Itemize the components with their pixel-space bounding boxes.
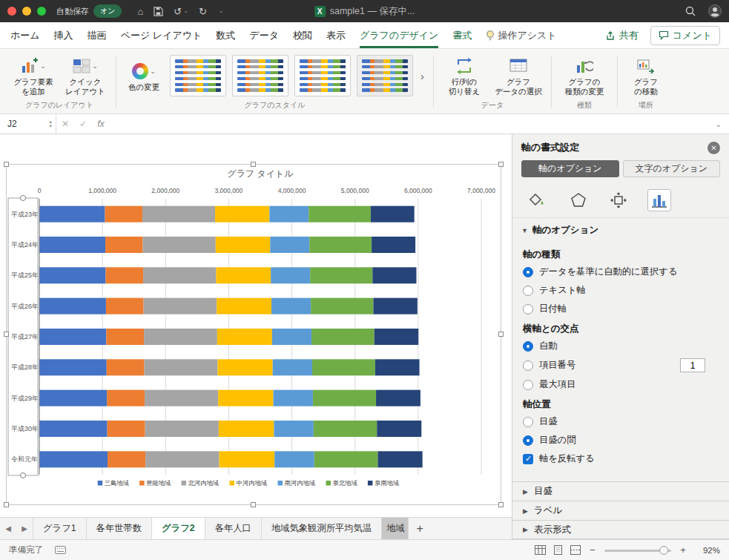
radio-between-tick-marks[interactable]: 目盛の間 (523, 434, 719, 447)
close-window-button[interactable] (7, 7, 16, 16)
chart-resize-handle[interactable] (498, 502, 504, 507)
chart-style-4[interactable] (357, 55, 413, 96)
chart-resize-handle[interactable] (4, 332, 9, 337)
add-chart-element-button[interactable]: ⌄ グラフ要素 を追加 (9, 55, 58, 96)
fill-line-icon[interactable] (526, 189, 550, 211)
section-labels[interactable]: ▶ ラベル (512, 501, 729, 520)
sheet-tab-graph1[interactable]: グラフ1 (33, 518, 87, 539)
normal-view-icon[interactable] (535, 545, 546, 555)
size-properties-icon[interactable] (607, 189, 630, 211)
insert-function-icon[interactable]: fx (97, 119, 105, 129)
tab-page-layout[interactable]: ページ レイアウト (121, 22, 202, 48)
change-colors-button[interactable]: ⌄ 色の変更 (122, 60, 165, 92)
minimize-window-button[interactable] (22, 7, 31, 16)
pane-tab-axis-options[interactable]: 軸のオプション (521, 160, 619, 177)
radio-cross-category-number[interactable]: 項目番号 (523, 358, 719, 372)
chart-object[interactable]: グラフ タイトル01,000,0002,000,0003,000,0004,00… (6, 164, 501, 505)
add-sheet-button[interactable]: + (409, 518, 431, 539)
name-box[interactable]: J2 ▲▼ (0, 114, 56, 134)
sheet-tab-graph2[interactable]: グラフ2 (152, 518, 205, 539)
tab-home[interactable]: ホーム (10, 22, 40, 48)
section-number-format[interactable]: ▶ 表示形式 (512, 520, 729, 539)
toolbar-customize-chevron-icon[interactable]: ⌄ (217, 8, 224, 14)
sheet-tab-population[interactable]: 各年人口 (205, 518, 262, 539)
page-layout-view-icon[interactable] (553, 545, 563, 555)
tab-format[interactable]: 書式 (452, 22, 472, 48)
comments-button[interactable]: コメント (650, 26, 720, 45)
chart-resize-handle[interactable] (251, 502, 256, 507)
redo-icon[interactable]: ↻ (199, 7, 207, 16)
save-icon[interactable] (154, 7, 163, 16)
undo-chevron-icon[interactable]: ⌄ (183, 8, 188, 14)
category-number-input[interactable] (680, 358, 705, 372)
chart-resize-handle[interactable] (4, 502, 9, 507)
switch-row-column-button[interactable]: 行/列の 切り替え (440, 55, 489, 96)
tab-review[interactable]: 校閲 (293, 22, 312, 48)
chart-style-preview (362, 59, 408, 92)
radio-on-tick-marks[interactable]: 目盛 (523, 415, 719, 428)
keyboard-icon[interactable] (55, 544, 66, 557)
tell-me-button[interactable]: 操作アシスト (486, 22, 556, 48)
worksheet-area[interactable]: グラフ タイトル01,000,0002,000,0003,000,0004,00… (0, 134, 512, 517)
section-tick-marks[interactable]: ▶ 目盛 (512, 481, 729, 501)
zoom-slider-thumb[interactable] (659, 546, 668, 555)
tab-insert[interactable]: 挿入 (54, 22, 73, 48)
formula-input[interactable] (110, 114, 708, 134)
checkbox-reverse-axis[interactable]: 軸を反転する (523, 452, 719, 465)
search-icon[interactable] (685, 6, 696, 16)
radio-text-axis[interactable]: テキスト軸 (523, 284, 719, 297)
chart-resize-handle[interactable] (498, 162, 504, 167)
tab-chart-design[interactable]: グラフのデザイン (360, 22, 438, 48)
formula-bar-expand-chevron-icon[interactable]: ⌄ (708, 120, 729, 128)
axis-type-heading: 軸の種類 (523, 248, 719, 261)
pane-tab-text-options[interactable]: 文字のオプション (623, 160, 721, 177)
radio-icon (523, 286, 533, 296)
tab-data[interactable]: データ (249, 22, 279, 48)
cancel-icon[interactable]: ✕ (62, 119, 69, 129)
group-type: グラフの 種類の変更 種類 (553, 50, 616, 113)
radio-auto-select-axis[interactable]: データを基準に自動的に選択する (523, 266, 719, 278)
change-chart-type-button[interactable]: グラフの 種類の変更 (558, 55, 611, 96)
share-button[interactable]: 共有 (605, 29, 639, 42)
name-box-stepper[interactable]: ▲▼ (49, 119, 53, 128)
effects-icon[interactable] (567, 189, 590, 211)
quick-layout-button[interactable]: ⌄ クイック レイアウト (61, 55, 110, 96)
zoom-percentage[interactable]: 92% (695, 546, 720, 555)
chart-resize-handle[interactable] (251, 162, 256, 167)
tab-formulas[interactable]: 数式 (216, 22, 235, 48)
sheet-nav-left-icon[interactable]: ◀ (0, 518, 16, 539)
page-break-view-icon[interactable] (570, 545, 581, 555)
tab-view[interactable]: 表示 (326, 22, 346, 48)
select-data-button[interactable]: グラフ データの選択 (492, 55, 545, 96)
comment-icon (659, 30, 669, 40)
chart-style-1[interactable] (170, 55, 226, 96)
undo-icon[interactable]: ↺⌄ (174, 7, 188, 16)
sheet-tab-region[interactable]: 地域 (382, 518, 409, 539)
chart-resize-handle[interactable] (498, 332, 504, 337)
account-avatar[interactable] (708, 4, 722, 18)
axis-options-section-header[interactable]: ▼ 軸のオプション (512, 217, 729, 241)
home-icon[interactable]: ⌂ (137, 7, 143, 16)
move-chart-button[interactable]: グラフ の移動 (624, 55, 668, 96)
chart-style-2[interactable] (232, 55, 288, 96)
zoom-out-button[interactable]: − (588, 544, 597, 556)
svg-text:令和元年: 令和元年 (11, 455, 38, 463)
sheet-nav-right-icon[interactable]: ▶ (16, 518, 33, 539)
tab-draw[interactable]: 描画 (88, 22, 107, 48)
chart-style-3[interactable] (294, 55, 351, 96)
fullscreen-window-button[interactable] (37, 7, 46, 16)
enter-icon[interactable]: ✓ (79, 119, 87, 129)
radio-cross-auto[interactable]: 自動 (523, 340, 719, 352)
collapse-triangle-icon: ▼ (521, 227, 528, 234)
sheet-tab-avg-temperature[interactable]: 地域気象観測所平均気温 (262, 518, 382, 539)
sheet-tab-households[interactable]: 各年世帯数 (87, 518, 152, 539)
zoom-slider[interactable] (604, 545, 671, 556)
axis-options-icon[interactable] (647, 189, 671, 211)
zoom-in-button[interactable]: + (679, 544, 687, 556)
radio-cross-max-category[interactable]: 最大項目 (523, 378, 719, 391)
radio-date-axis[interactable]: 日付軸 (523, 303, 719, 315)
chart-resize-handle[interactable] (4, 162, 9, 167)
close-pane-button[interactable]: ✕ (707, 142, 720, 154)
styles-scroll-icon[interactable]: › (418, 70, 427, 82)
autosave-toggle[interactable]: オン (93, 4, 122, 18)
